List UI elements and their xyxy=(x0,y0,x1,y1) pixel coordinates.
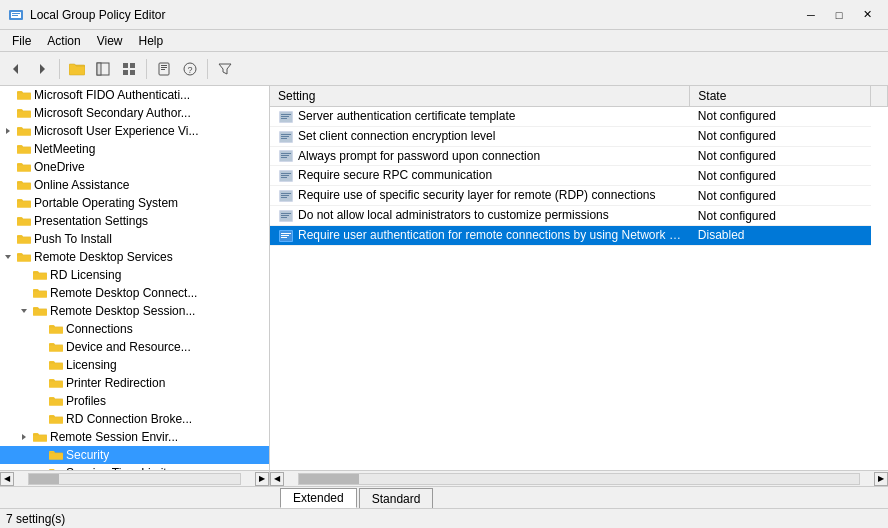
tree-item-label: Security xyxy=(66,448,109,462)
setting-icon xyxy=(278,229,294,243)
tree-item-label: Profiles xyxy=(66,394,106,408)
table-row[interactable]: Set client connection encryption levelNo… xyxy=(270,126,888,146)
svg-rect-15 xyxy=(161,65,167,66)
setting-cell: Require secure RPC communication xyxy=(270,166,690,186)
menu-item-help[interactable]: Help xyxy=(131,32,172,50)
tree-item[interactable]: Licensing xyxy=(0,356,269,374)
setting-icon xyxy=(278,209,294,223)
main-content: Microsoft FIDO Authenticati... Microsoft… xyxy=(0,86,888,470)
tree-scroll-track[interactable] xyxy=(28,473,241,485)
tree-item[interactable]: Microsoft FIDO Authenticati... xyxy=(0,86,269,104)
tree-item[interactable]: Security xyxy=(0,446,269,464)
tree-item[interactable]: Portable Operating System xyxy=(0,194,269,212)
folder-icon xyxy=(16,250,32,264)
setting-cell: Require user authentication for remote c… xyxy=(270,225,690,245)
folder-icon xyxy=(48,376,64,390)
tree-item[interactable]: Online Assistance xyxy=(0,176,269,194)
menu-item-action[interactable]: Action xyxy=(39,32,88,50)
svg-rect-43 xyxy=(281,175,289,176)
settings-scroll-track[interactable] xyxy=(298,473,860,485)
help-button[interactable]: ? xyxy=(178,57,202,81)
menu-item-file[interactable]: File xyxy=(4,32,39,50)
close-button[interactable]: ✕ xyxy=(854,5,880,25)
tree-item[interactable]: Remote Session Envir... xyxy=(0,428,269,446)
svg-marker-5 xyxy=(40,64,45,74)
tree-item[interactable]: Remote Desktop Session... xyxy=(0,302,269,320)
icon-view-button[interactable] xyxy=(117,57,141,81)
tree-item[interactable]: Microsoft User Experience Vi... xyxy=(0,122,269,140)
tab-extended[interactable]: Extended xyxy=(280,488,357,508)
horizontal-scrollbar-area: ◀ ▶ ◀ ▶ xyxy=(0,470,888,486)
tree-item[interactable]: RD Connection Broke... xyxy=(0,410,269,428)
tree-item[interactable]: Connections xyxy=(0,320,269,338)
table-row[interactable]: Require user authentication for remote c… xyxy=(270,225,888,245)
svg-rect-34 xyxy=(281,138,287,139)
tree-item[interactable]: NetMeeting xyxy=(0,140,269,158)
tab-standard[interactable]: Standard xyxy=(359,488,434,508)
tree-item[interactable]: OneDrive xyxy=(0,158,269,176)
scroll-right-arrow[interactable]: ▶ xyxy=(255,472,269,486)
svg-rect-16 xyxy=(161,67,167,68)
toolbar-sep-3 xyxy=(207,59,208,79)
svg-marker-20 xyxy=(219,64,231,74)
filter-button[interactable] xyxy=(213,57,237,81)
table-row[interactable]: Require use of specific security layer f… xyxy=(270,186,888,206)
table-row[interactable]: Do not allow local administrators to cus… xyxy=(270,206,888,226)
table-row[interactable]: Always prompt for password upon connecti… xyxy=(270,146,888,166)
table-row[interactable]: Require secure RPC communicationNot conf… xyxy=(270,166,888,186)
tree-item[interactable]: RD Licensing xyxy=(0,266,269,284)
tree-item-label: Remote Desktop Services xyxy=(34,250,173,264)
folder-button[interactable] xyxy=(65,57,89,81)
folder-icon xyxy=(16,106,32,120)
menu-item-view[interactable]: View xyxy=(89,32,131,50)
forward-button[interactable] xyxy=(30,57,54,81)
scroll-left-arrow[interactable]: ◀ xyxy=(0,472,14,486)
tree-item-label: Remote Desktop Session... xyxy=(50,304,195,318)
setting-icon xyxy=(278,169,294,183)
svg-rect-29 xyxy=(281,118,287,119)
tree-item[interactable]: Presentation Settings xyxy=(0,212,269,230)
toolbar-sep-2 xyxy=(146,59,147,79)
tab-bar: ExtendedStandard xyxy=(0,486,888,508)
properties-button[interactable] xyxy=(152,57,176,81)
svg-rect-52 xyxy=(281,213,291,214)
tree-expand-icon xyxy=(0,127,16,135)
window-controls: ─ □ ✕ xyxy=(798,5,880,25)
tree-item[interactable]: Printer Redirection xyxy=(0,374,269,392)
scroll-left-arrow-2[interactable]: ◀ xyxy=(270,472,284,486)
back-button[interactable] xyxy=(4,57,28,81)
tree-item[interactable]: Device and Resource... xyxy=(0,338,269,356)
folder-icon xyxy=(16,178,32,192)
table-row[interactable]: Server authentication certificate templa… xyxy=(270,107,888,127)
state-cell: Not configured xyxy=(690,206,871,226)
settings-scrollbar[interactable]: ◀ ▶ xyxy=(270,471,888,486)
tree-item[interactable]: Microsoft Secondary Author... xyxy=(0,104,269,122)
tree-item-label: NetMeeting xyxy=(34,142,95,156)
tree-item[interactable]: Profiles xyxy=(0,392,269,410)
folder-icon xyxy=(48,322,64,336)
tree-item-label: Portable Operating System xyxy=(34,196,178,210)
svg-rect-59 xyxy=(281,237,287,238)
svg-rect-54 xyxy=(281,217,287,218)
settings-table-element: Setting State Server authentication cert… xyxy=(270,86,888,246)
show-hide-button[interactable] xyxy=(91,57,115,81)
maximize-button[interactable]: □ xyxy=(826,5,852,25)
svg-rect-47 xyxy=(281,193,291,194)
minimize-button[interactable]: ─ xyxy=(798,5,824,25)
tree-item[interactable]: Remote Desktop Services xyxy=(0,248,269,266)
tree-panel: Microsoft FIDO Authenticati... Microsoft… xyxy=(0,86,270,470)
folder-icon xyxy=(16,124,32,138)
state-cell: Not configured xyxy=(690,107,871,127)
tree-item-label: Push To Install xyxy=(34,232,112,246)
svg-rect-53 xyxy=(281,215,289,216)
status-text: 7 setting(s) xyxy=(6,512,65,526)
tree-item[interactable]: Push To Install xyxy=(0,230,269,248)
svg-text:?: ? xyxy=(187,65,192,75)
scroll-right-arrow-2[interactable]: ▶ xyxy=(874,472,888,486)
setting-cell: Require use of specific security layer f… xyxy=(270,186,690,206)
state-cell: Not configured xyxy=(690,186,871,206)
tree-item-label: Device and Resource... xyxy=(66,340,191,354)
toolbar-sep-1 xyxy=(59,59,60,79)
tree-scrollbar[interactable]: ◀ ▶ xyxy=(0,471,270,486)
tree-item[interactable]: Remote Desktop Connect... xyxy=(0,284,269,302)
